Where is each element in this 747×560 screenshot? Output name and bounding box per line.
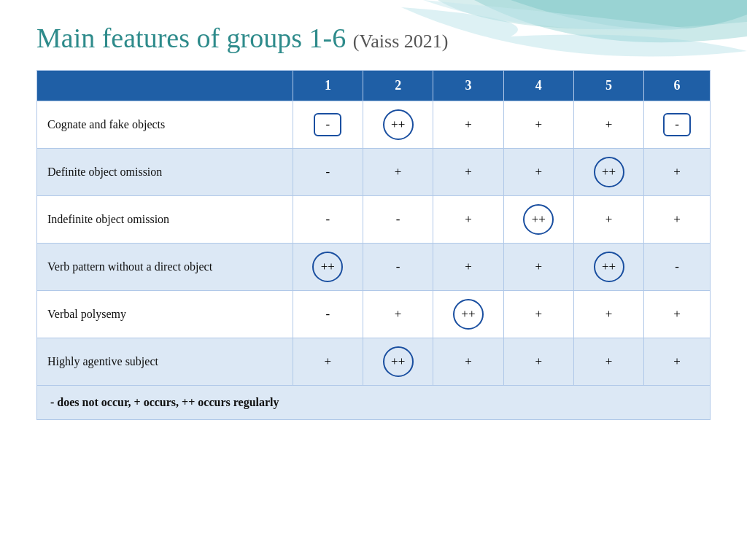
page-title: Main features of groups 1-6 (Vaiss 2021) bbox=[36, 22, 711, 54]
value-cell-r0-c5: - bbox=[644, 101, 711, 149]
main-content: Main features of groups 1-6 (Vaiss 2021)… bbox=[0, 0, 747, 435]
rect-highlight: - bbox=[663, 113, 691, 136]
value-cell-r1-c5: + bbox=[644, 149, 711, 196]
header-col-3: 3 bbox=[433, 71, 503, 101]
rect-highlight: - bbox=[314, 113, 341, 136]
header-feature-label bbox=[37, 71, 293, 101]
table-row: Highly agentive subject+++++++ bbox=[37, 338, 711, 386]
circle-highlight: ++ bbox=[453, 299, 484, 330]
value-cell-r5-c1: ++ bbox=[363, 338, 433, 386]
table-row: Definite object omission-++++++ bbox=[37, 149, 711, 196]
value-cell-r4-c1: + bbox=[363, 291, 433, 338]
value-cell-r3-c1: - bbox=[363, 244, 433, 291]
table-row: Indefinite object omission--+++++ bbox=[37, 196, 711, 244]
header-col-2: 2 bbox=[363, 71, 433, 101]
value-cell-r1-c0: - bbox=[293, 149, 363, 196]
title-main: Main features of groups 1-6 bbox=[36, 23, 346, 53]
value-cell-r0-c1: ++ bbox=[363, 101, 433, 149]
value-cell-r2-c2: + bbox=[433, 196, 503, 244]
value-cell-r5-c5: + bbox=[644, 338, 711, 386]
value-cell-r2-c3: ++ bbox=[503, 196, 573, 244]
value-cell-r1-c2: + bbox=[433, 149, 503, 196]
circle-highlight: ++ bbox=[594, 252, 624, 282]
value-cell-r5-c0: + bbox=[293, 338, 363, 386]
feature-cell: Cognate and fake objects bbox=[37, 101, 293, 149]
value-cell-r1-c4: ++ bbox=[573, 149, 643, 196]
circle-highlight: ++ bbox=[523, 204, 554, 235]
value-cell-r4-c3: + bbox=[503, 291, 573, 338]
table-header-row: 1 2 3 4 5 6 bbox=[37, 71, 711, 101]
value-cell-r1-c1: + bbox=[363, 149, 433, 196]
value-cell-r5-c3: + bbox=[503, 338, 573, 386]
header-col-4: 4 bbox=[503, 71, 573, 101]
value-cell-r3-c3: + bbox=[503, 244, 573, 291]
value-cell-r4-c5: + bbox=[644, 291, 711, 338]
value-cell-r2-c5: + bbox=[644, 196, 711, 244]
circle-highlight: ++ bbox=[383, 346, 414, 377]
table-row: Cognate and fake objects-+++++- bbox=[37, 101, 711, 149]
value-cell-r2-c0: - bbox=[293, 196, 363, 244]
footer-legend: - does not occur, + occurs, ++ occurs re… bbox=[37, 386, 711, 420]
value-cell-r3-c5: - bbox=[644, 244, 711, 291]
table-row: Verbal polysemy-++++++ bbox=[37, 291, 711, 338]
value-cell-r0-c3: + bbox=[503, 101, 573, 149]
feature-cell: Highly agentive subject bbox=[37, 338, 293, 386]
features-table: 1 2 3 4 5 6 Cognate and fake objects-+++… bbox=[36, 70, 711, 420]
value-cell-r4-c0: - bbox=[293, 291, 363, 338]
value-cell-r4-c2: ++ bbox=[433, 291, 503, 338]
header-col-6: 6 bbox=[644, 71, 711, 101]
value-cell-r5-c2: + bbox=[433, 338, 503, 386]
value-cell-r4-c4: + bbox=[573, 291, 643, 338]
feature-cell: Verbal polysemy bbox=[37, 291, 293, 338]
value-cell-r3-c2: + bbox=[433, 244, 503, 291]
circle-highlight: ++ bbox=[594, 157, 624, 187]
feature-cell: Definite object omission bbox=[37, 149, 293, 196]
value-cell-r0-c4: + bbox=[573, 101, 643, 149]
circle-highlight: ++ bbox=[312, 252, 343, 282]
value-cell-r2-c4: + bbox=[573, 196, 643, 244]
value-cell-r0-c2: + bbox=[433, 101, 503, 149]
value-cell-r1-c3: + bbox=[503, 149, 573, 196]
header-col-5: 5 bbox=[573, 71, 643, 101]
header-col-1: 1 bbox=[293, 71, 363, 101]
value-cell-r3-c4: ++ bbox=[573, 244, 643, 291]
feature-cell: Verb pattern without a direct object bbox=[37, 244, 293, 291]
table-row: Verb pattern without a direct object++-+… bbox=[37, 244, 711, 291]
value-cell-r0-c0: - bbox=[293, 101, 363, 149]
circle-highlight: ++ bbox=[383, 109, 414, 140]
value-cell-r2-c1: - bbox=[363, 196, 433, 244]
footer-row: - does not occur, + occurs, ++ occurs re… bbox=[37, 386, 711, 420]
value-cell-r3-c0: ++ bbox=[293, 244, 363, 291]
title-citation: (Vaiss 2021) bbox=[353, 31, 449, 52]
feature-cell: Indefinite object omission bbox=[37, 196, 293, 244]
value-cell-r5-c4: + bbox=[573, 338, 643, 386]
